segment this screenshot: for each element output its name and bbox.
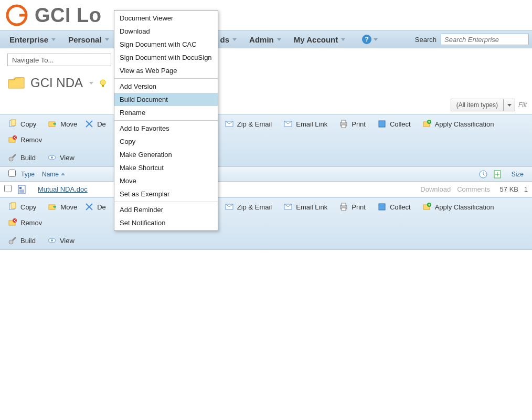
menu-item-copy[interactable]: Copy	[114, 135, 218, 148]
svg-rect-31	[342, 208, 346, 211]
email-link-button[interactable]: Email Link	[279, 200, 332, 214]
menu-item-add-version[interactable]: Add Version	[114, 80, 218, 93]
menu-item-make-shortcut[interactable]: Make Shortcut	[114, 161, 218, 174]
email-link-button[interactable]: Email Link	[279, 117, 332, 131]
row-checkbox[interactable]	[4, 185, 12, 192]
svg-rect-23	[19, 187, 22, 189]
col-size[interactable]: Size	[503, 171, 528, 178]
view-button[interactable]: View	[42, 234, 79, 247]
svg-rect-25	[11, 203, 16, 208]
item-type-filter[interactable]: (All item types)	[451, 99, 515, 111]
menu-separator	[114, 202, 218, 202]
eye-icon	[47, 236, 57, 245]
table-row[interactable]: Mutual NDA.doc Download Comments 57 KB 1	[0, 182, 532, 197]
lightbulb-icon[interactable]	[99, 79, 107, 87]
menu-item-build-document[interactable]: Build Document	[114, 93, 218, 106]
tab-admin[interactable]: Admin	[243, 31, 288, 48]
menu-separator	[114, 78, 218, 79]
btn-label: Email Link	[296, 203, 327, 211]
btn-label: Email Link	[296, 120, 327, 128]
classification-icon	[422, 119, 432, 129]
build-button[interactable]: Build	[3, 151, 40, 164]
collect-button[interactable]: Collect	[373, 117, 416, 131]
search-input[interactable]	[441, 34, 529, 45]
copy-button[interactable]: Copy	[3, 117, 41, 131]
chevron-down-icon	[277, 38, 281, 41]
table-header: Type Name Size	[0, 167, 532, 182]
menu-item-add-reminder[interactable]: Add Reminder	[114, 203, 218, 216]
print-button[interactable]: Print	[334, 200, 370, 214]
email-icon	[283, 119, 293, 129]
btn-label: View	[60, 237, 75, 245]
chevron-down-icon	[51, 38, 56, 41]
move-icon	[48, 202, 57, 212]
svg-point-39	[51, 239, 53, 242]
menu-item-view-as-web-page[interactable]: View as Web Page	[114, 64, 218, 77]
tab-my-account[interactable]: My Account	[288, 31, 352, 48]
btn-label: Move	[60, 120, 77, 128]
menu-item-set-notification[interactable]: Set Notification	[114, 216, 218, 229]
menu-item-make-generation[interactable]: Make Generation	[114, 148, 218, 161]
sort-asc-icon	[61, 173, 65, 175]
col-name[interactable]: Name	[38, 171, 69, 178]
col-label: Name	[42, 171, 59, 178]
download-action[interactable]: Download	[417, 185, 454, 193]
dropdown-trigger[interactable]	[503, 99, 515, 111]
print-button[interactable]: Print	[334, 117, 370, 131]
delete-icon	[84, 119, 94, 129]
btn-label: Collect	[390, 203, 411, 211]
remove-classification-button[interactable]: Remov	[3, 216, 47, 229]
copy-button[interactable]: Copy	[3, 200, 41, 214]
menu-item-move[interactable]: Move	[114, 174, 218, 187]
help-icon[interactable]: ?	[362, 35, 371, 44]
delete-button[interactable]: De	[84, 117, 111, 131]
col-type[interactable]: Type	[17, 171, 38, 178]
btn-label: Apply Classification	[435, 120, 494, 128]
svg-point-19	[51, 156, 53, 159]
file-name-link[interactable]: Mutual NDA.doc	[38, 185, 88, 193]
search-label: Search	[415, 36, 437, 44]
build-icon	[8, 236, 17, 245]
view-button[interactable]: View	[42, 151, 79, 164]
menu-item-rename[interactable]: Rename	[114, 106, 218, 119]
menu-item-document-viewer[interactable]: Document Viewer	[114, 12, 218, 25]
zip-email-button[interactable]: Zip & Email	[220, 200, 276, 214]
menu-item-set-as-exemplar[interactable]: Set as Exemplar	[114, 187, 218, 201]
build-button[interactable]: Build	[3, 234, 40, 247]
tab-label: Personal	[68, 35, 101, 44]
btn-label: De	[97, 120, 106, 128]
comments-action[interactable]: Comments	[454, 185, 493, 193]
menu-item-sign-document-with-cac[interactable]: Sign Document with CAC	[114, 38, 218, 51]
filter-hint[interactable]: Filt	[518, 101, 528, 109]
chevron-down-icon[interactable]	[89, 82, 93, 85]
move-button[interactable]: Move	[43, 117, 82, 131]
move-icon	[48, 119, 57, 129]
btn-label: Apply Classification	[435, 203, 494, 211]
toolbar-bottom: Copy Move De Zip & Email Email Link Prin…	[0, 197, 532, 250]
chevron-down-icon	[507, 104, 512, 107]
tab-label: My Account	[294, 35, 338, 44]
tab-enterprise[interactable]: Enterprise	[3, 31, 62, 48]
clock-icon[interactable]	[478, 170, 488, 179]
menu-item-add-to-favorites[interactable]: Add to Favorites	[114, 122, 218, 135]
select-all-checkbox[interactable]	[8, 170, 16, 177]
remove-classification-button[interactable]: Remov	[3, 133, 47, 146]
menu-item-download[interactable]: Download	[114, 25, 218, 38]
btn-label: Remov	[20, 136, 42, 144]
move-button[interactable]: Move	[43, 200, 82, 214]
delete-button[interactable]: De	[84, 200, 111, 214]
add-column-icon[interactable]	[493, 170, 503, 179]
chevron-down-icon	[105, 38, 109, 41]
apply-classification-button[interactable]: Apply Classification	[418, 200, 499, 214]
svg-rect-30	[342, 203, 346, 206]
navigate-input[interactable]	[7, 54, 111, 66]
tab-partial[interactable]: ds	[220, 31, 243, 48]
menu-item-sign-document-with-docusign[interactable]: Sign Document with DocuSign	[114, 51, 218, 64]
svg-rect-32	[379, 204, 385, 210]
apply-classification-button[interactable]: Apply Classification	[418, 117, 499, 131]
chevron-down-icon	[374, 38, 378, 41]
btn-label: Move	[60, 203, 77, 211]
tab-personal[interactable]: Personal	[62, 31, 115, 48]
collect-button[interactable]: Collect	[373, 200, 416, 214]
zip-email-button[interactable]: Zip & Email	[220, 117, 276, 131]
